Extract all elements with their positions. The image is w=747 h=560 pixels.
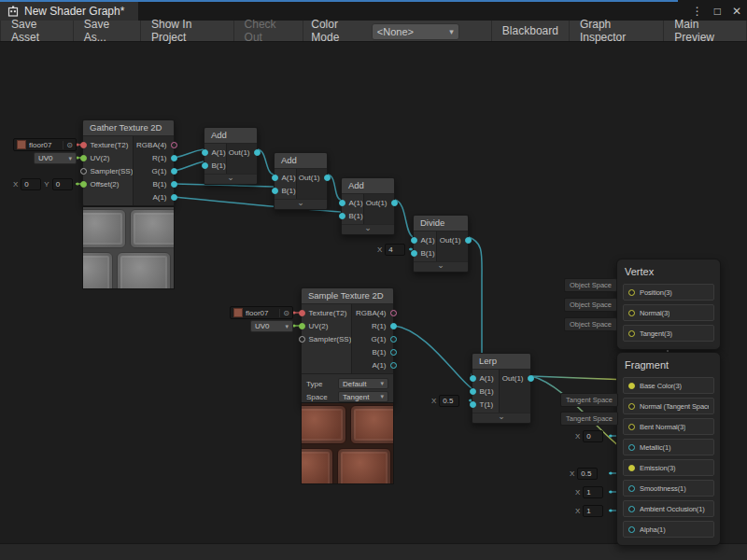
- sample-uv-channel-dropdown[interactable]: UV0 ▾: [250, 320, 293, 332]
- b-output-port[interactable]: [171, 181, 177, 188]
- node-title[interactable]: Add: [342, 178, 394, 194]
- out-port[interactable]: [528, 375, 534, 382]
- node-divide[interactable]: Divide A(1) B(1) Out(1) ⌄: [413, 215, 469, 273]
- collapse-chevron-icon[interactable]: ⌄: [414, 261, 468, 272]
- position-port[interactable]: [628, 289, 635, 296]
- a-output-port[interactable]: [171, 194, 177, 201]
- fragment-row-smoothness[interactable]: Smoothness(1): [623, 480, 714, 497]
- main-preview-toggle-button[interactable]: Main Preview: [664, 21, 747, 41]
- blackboard-toggle-button[interactable]: Blackboard: [491, 21, 570, 41]
- node-add-2[interactable]: Add A(1) B(1) Out(1) ⌄: [274, 152, 328, 210]
- fragment-row-normal-tangent-space[interactable]: Normal (Tangent Space)(3): [623, 398, 714, 414]
- rgba-output-port[interactable]: [390, 310, 397, 316]
- save-asset-button[interactable]: Save Asset: [0, 21, 74, 41]
- a-input-port[interactable]: [272, 175, 278, 181]
- out-port[interactable]: [465, 237, 472, 244]
- x-value-input[interactable]: 0.5: [577, 468, 598, 480]
- smoothness-port[interactable]: [628, 485, 635, 492]
- offset-input-port[interactable]: [80, 181, 87, 188]
- fragment-row-metallic[interactable]: Metallic(1): [623, 439, 714, 455]
- sample-texture-object-field[interactable]: floor07 ⊙: [230, 306, 293, 319]
- node-add-1[interactable]: Add A(1) B(1) Out(1) ⌄: [204, 127, 258, 185]
- block-fragment[interactable]: Fragment Base Color(3) Normal (Tangent S…: [616, 352, 721, 546]
- a-input-port[interactable]: [411, 237, 417, 244]
- object-picker-icon[interactable]: ⊙: [279, 309, 289, 317]
- fragment-row-ambient-occlusion[interactable]: Ambient Occlusion(1): [623, 500, 714, 517]
- x-value-input[interactable]: 1: [583, 505, 603, 517]
- tangent-port[interactable]: [628, 330, 635, 337]
- out-port[interactable]: [391, 200, 398, 206]
- fragment-row-alpha[interactable]: Alpha(1): [623, 521, 714, 538]
- a-input-port[interactable]: [470, 375, 476, 382]
- block-vertex[interactable]: Vertex Position(3) Normal(3) Tangent(3): [616, 259, 721, 350]
- node-sample-texture-2d[interactable]: Sample Texture 2D Texture(T2) UV(2) Samp…: [301, 287, 394, 407]
- y-value-input[interactable]: 0: [52, 178, 73, 190]
- x-value-input[interactable]: 1: [583, 486, 603, 498]
- node-title[interactable]: Divide: [414, 216, 468, 231]
- rgba-output-port[interactable]: [171, 142, 177, 148]
- menu-icon[interactable]: ⋮: [692, 5, 703, 18]
- t-input-port[interactable]: [470, 401, 476, 408]
- close-icon[interactable]: ✕: [732, 5, 741, 18]
- texture-input-port[interactable]: [80, 142, 87, 148]
- normal-tangent-space-port[interactable]: [628, 403, 635, 410]
- r-output-port[interactable]: [171, 155, 177, 161]
- a-output-port[interactable]: [390, 362, 397, 369]
- out-port[interactable]: [324, 175, 331, 181]
- node-title[interactable]: Add: [204, 128, 257, 144]
- collapse-chevron-icon[interactable]: ⌄: [342, 224, 394, 234]
- b-input-port[interactable]: [411, 250, 417, 257]
- collapse-chevron-icon[interactable]: ⌄: [275, 199, 327, 209]
- texture-input-port[interactable]: [299, 310, 305, 316]
- node-title[interactable]: Add: [275, 153, 327, 169]
- g-output-port[interactable]: [171, 168, 177, 175]
- show-in-project-button[interactable]: Show In Project: [141, 21, 234, 41]
- x-value-input[interactable]: 0.5: [439, 395, 459, 407]
- emission-port[interactable]: [628, 465, 635, 471]
- type-dropdown[interactable]: Default ▾: [338, 378, 388, 389]
- object-picker-icon[interactable]: ⊙: [63, 141, 73, 149]
- sampler-input-port[interactable]: [299, 336, 305, 343]
- color-mode-dropdown[interactable]: <None> ▾: [372, 23, 459, 40]
- uv-input-port[interactable]: [299, 323, 305, 329]
- base-color-port[interactable]: [628, 383, 635, 389]
- node-add-3[interactable]: Add A(1) B(1) Out(1) ⌄: [341, 177, 395, 235]
- maximize-icon[interactable]: □: [714, 5, 721, 18]
- fragment-row-bent-normal[interactable]: Bent Normal(3): [623, 418, 714, 435]
- a-input-port[interactable]: [339, 200, 345, 206]
- collapse-chevron-icon[interactable]: ⌄: [472, 413, 530, 423]
- x-value-input[interactable]: 4: [385, 244, 405, 256]
- save-as-button[interactable]: Save As...: [74, 21, 141, 41]
- node-gather-texture-2d[interactable]: Gather Texture 2D Texture(T2) UV(2) Samp…: [82, 119, 175, 206]
- graph-inspector-toggle-button[interactable]: Graph Inspector: [570, 21, 664, 41]
- b-output-port[interactable]: [390, 349, 397, 356]
- fragment-row-emission[interactable]: Emission(3): [623, 459, 714, 476]
- b-input-port[interactable]: [272, 188, 278, 194]
- uv-input-port[interactable]: [80, 155, 87, 161]
- a-input-port[interactable]: [202, 149, 208, 156]
- node-title[interactable]: Lerp: [472, 354, 530, 370]
- node-title[interactable]: Gather Texture 2D: [83, 120, 174, 136]
- vertex-row-tangent[interactable]: Tangent(3): [623, 325, 714, 342]
- collapse-chevron-icon[interactable]: ⌄: [204, 174, 257, 184]
- fragment-row-base-color[interactable]: Base Color(3): [623, 377, 714, 394]
- metallic-port[interactable]: [628, 444, 635, 451]
- g-output-port[interactable]: [390, 336, 397, 343]
- b-input-port[interactable]: [202, 162, 208, 169]
- gather-texture-object-field[interactable]: floor07 ⊙: [13, 138, 77, 151]
- vertex-row-position[interactable]: Position(3): [623, 284, 714, 301]
- x-value-input[interactable]: 0: [21, 178, 41, 190]
- b-input-port[interactable]: [470, 388, 476, 395]
- normal-port[interactable]: [628, 310, 635, 316]
- x-value-input[interactable]: 0: [583, 430, 603, 442]
- vertex-row-normal[interactable]: Normal(3): [623, 304, 714, 321]
- out-port[interactable]: [254, 149, 261, 156]
- space-dropdown[interactable]: Tangent ▾: [338, 391, 388, 402]
- sampler-input-port[interactable]: [80, 168, 87, 175]
- ambient-occlusion-port[interactable]: [628, 506, 635, 512]
- r-output-port[interactable]: [390, 323, 397, 329]
- bent-normal-port[interactable]: [628, 424, 635, 430]
- b-input-port[interactable]: [339, 213, 345, 219]
- node-title[interactable]: Sample Texture 2D: [302, 288, 393, 304]
- alpha-port[interactable]: [628, 526, 635, 533]
